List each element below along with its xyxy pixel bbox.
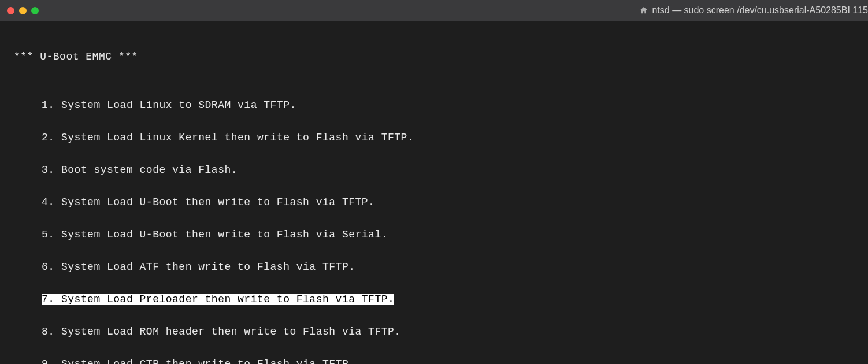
traffic-lights bbox=[7, 7, 39, 14]
menu-header: *** U-Boot EMMC *** bbox=[14, 49, 854, 65]
window-title: ntsd — sudo screen /dev/cu.usbserial-A50… bbox=[639, 5, 868, 16]
minimize-button[interactable] bbox=[19, 7, 27, 14]
close-button[interactable] bbox=[7, 7, 14, 14]
maximize-button[interactable] bbox=[31, 7, 39, 14]
menu-item-6[interactable]: 6. System Load ATF then write to Flash v… bbox=[42, 261, 355, 273]
window-titlebar: ntsd — sudo screen /dev/cu.usbserial-A50… bbox=[0, 0, 868, 21]
terminal-output[interactable]: *** U-Boot EMMC *** 1. System Load Linux… bbox=[0, 21, 868, 364]
menu-item-9[interactable]: 9. System Load CTP then write to Flash v… bbox=[42, 358, 355, 364]
menu-item-3[interactable]: 3. Boot system code via Flash. bbox=[42, 164, 238, 176]
window-title-text: ntsd — sudo screen /dev/cu.usbserial-A50… bbox=[652, 5, 868, 16]
menu-item-5[interactable]: 5. System Load U-Boot then write to Flas… bbox=[42, 229, 388, 240]
menu-item-1[interactable]: 1. System Load Linux to SDRAM via TFTP. bbox=[42, 99, 296, 111]
menu-item-7[interactable]: 7. System Load Preloader then write to F… bbox=[42, 294, 394, 305]
menu-item-2[interactable]: 2. System Load Linux Kernel then write t… bbox=[42, 132, 414, 143]
menu-item-8[interactable]: 8. System Load ROM header then write to … bbox=[42, 326, 401, 337]
home-icon bbox=[639, 6, 648, 15]
menu-item-4[interactable]: 4. System Load U-Boot then write to Flas… bbox=[42, 196, 374, 208]
